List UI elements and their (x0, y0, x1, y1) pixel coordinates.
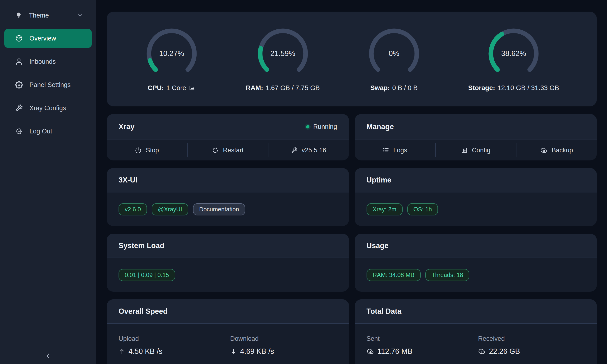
ram-percent: 21.59% (256, 26, 310, 81)
usage-card: Usage RAM: 34.08 MB Threads: 18 (355, 234, 597, 292)
running-status-label: Running (313, 123, 337, 130)
sidebar-item-label: Panel Settings (29, 81, 71, 89)
logout-icon (15, 128, 23, 135)
gear-icon (15, 81, 23, 89)
stop-button[interactable]: Stop (107, 140, 187, 160)
received-label: Received (478, 335, 585, 342)
xrayui-link-tag[interactable]: @XrayUI (152, 203, 188, 215)
xray-card: Xray Running Stop (107, 114, 349, 160)
restart-icon (212, 147, 219, 154)
total-data-card: Total Data Sent 112.76 MB Received (355, 299, 597, 364)
storage-caption: Storage: 12.10 GB / 31.33 GB (468, 84, 559, 92)
arrow-down-icon (230, 348, 237, 355)
speedometer-icon (15, 35, 23, 42)
lightbulb-icon (15, 12, 22, 19)
list-icon (383, 147, 389, 154)
system-stats-card: 10.27% CPU: 1 Core (107, 12, 597, 106)
main-content: 10.27% CPU: 1 Core (96, 0, 607, 364)
threads-badge: Threads: 18 (425, 269, 469, 281)
app-root: Theme Overview (0, 0, 607, 364)
download-value: 4.69 KB /s (240, 347, 274, 356)
xui-card: 3X-UI v2.6.0 @XrayUI Documentation (107, 168, 349, 226)
sidebar-item-inbounds[interactable]: Inbounds (4, 52, 92, 71)
cloud-save-icon (540, 147, 547, 154)
swap-percent: 0% (367, 26, 421, 81)
config-button[interactable]: Config (435, 140, 516, 160)
chevron-down-icon (77, 12, 83, 18)
restart-button[interactable]: Restart (187, 140, 268, 160)
cpu-caption: CPU: 1 Core (148, 84, 196, 92)
system-load-card: System Load 0.01 | 0.09 | 0.15 (107, 234, 349, 292)
storage-percent: 38.62% (486, 26, 541, 81)
documentation-link-tag[interactable]: Documentation (193, 203, 245, 215)
system-load-title: System Load (119, 242, 164, 250)
power-icon (135, 147, 142, 154)
xray-status: Running (306, 123, 337, 130)
cpu-gauge: 10.27% CPU: 1 Core (145, 26, 199, 92)
uptime-card: Uptime Xray: 2m OS: 1h (355, 168, 597, 226)
xui-card-title: 3X-UI (119, 176, 137, 184)
sidebar-collapse-button[interactable] (0, 352, 96, 360)
theme-label: Theme (29, 12, 49, 19)
sent-value: 112.76 MB (378, 347, 413, 356)
ram-caption: RAM: 1.67 GB / 7.75 GB (246, 84, 320, 92)
backup-button[interactable]: Backup (516, 140, 597, 160)
sidebar: Theme Overview (0, 0, 96, 364)
sidebar-item-logout[interactable]: Log Out (4, 122, 92, 141)
sent-metric: Sent 112.76 MB (367, 335, 474, 356)
usage-card-title: Usage (367, 242, 389, 250)
cloud-download-icon (478, 348, 486, 355)
sidebar-item-label: Overview (29, 35, 56, 42)
sliders-icon (461, 147, 468, 154)
wrench-icon (291, 147, 297, 153)
uptime-card-title: Uptime (367, 176, 392, 184)
cards-grid: Xray Running Stop (107, 114, 597, 364)
user-icon (15, 58, 23, 65)
sidebar-item-overview[interactable]: Overview (4, 29, 92, 48)
upload-metric: Upload 4.50 KB /s (119, 335, 225, 356)
sidebar-item-label: Log Out (29, 128, 52, 135)
version-tag[interactable]: v2.6.0 (119, 203, 147, 215)
upload-value: 4.50 KB /s (129, 347, 162, 356)
xray-version-button[interactable]: v25.5.16 (268, 140, 349, 160)
ram-usage-badge: RAM: 34.08 MB (367, 269, 421, 281)
swap-caption: Swap: 0 B / 0 B (370, 84, 418, 92)
swap-gauge: 0% Swap: 0 B / 0 B (367, 26, 421, 92)
theme-selector[interactable]: Theme (4, 7, 92, 24)
sidebar-item-panel-settings[interactable]: Panel Settings (4, 75, 92, 94)
storage-gauge: 38.62% Storage: 12.10 GB / 31.33 GB (468, 26, 559, 92)
received-metric: Received 22.26 GB (478, 335, 585, 356)
overall-speed-card: Overall Speed Upload 4.50 KB /s Downlo (107, 299, 349, 364)
overall-speed-title: Overall Speed (119, 307, 168, 316)
os-uptime-badge: OS: 1h (407, 203, 438, 215)
chevron-left-icon (44, 352, 53, 360)
arrow-up-icon (119, 348, 125, 355)
load-average-badge: 0.01 | 0.09 | 0.15 (119, 269, 175, 281)
cpu-percent: 10.27% (145, 26, 199, 81)
total-data-title: Total Data (367, 307, 402, 316)
ram-gauge: 21.59% RAM: 1.67 GB / 7.75 GB (246, 26, 320, 92)
xray-card-title: Xray (119, 122, 134, 131)
area-chart-icon[interactable] (188, 85, 196, 91)
sidebar-nav: Overview Inbounds Panel Settings (0, 29, 96, 141)
cloud-upload-icon (367, 348, 374, 355)
download-metric: Download 4.69 KB /s (230, 335, 337, 356)
received-value: 22.26 GB (489, 347, 520, 356)
manage-card: Manage Logs Config (355, 114, 597, 160)
xray-uptime-badge: Xray: 2m (367, 203, 403, 215)
sidebar-item-xray-configs[interactable]: Xray Configs (4, 99, 92, 117)
wrench-icon (15, 104, 23, 112)
manage-card-title: Manage (367, 122, 394, 131)
logs-button[interactable]: Logs (355, 140, 435, 160)
sidebar-item-label: Inbounds (29, 58, 56, 65)
sidebar-item-label: Xray Configs (29, 104, 66, 112)
download-label: Download (230, 335, 337, 342)
sent-label: Sent (367, 335, 474, 342)
running-status-dot (306, 125, 309, 129)
upload-label: Upload (119, 335, 225, 342)
